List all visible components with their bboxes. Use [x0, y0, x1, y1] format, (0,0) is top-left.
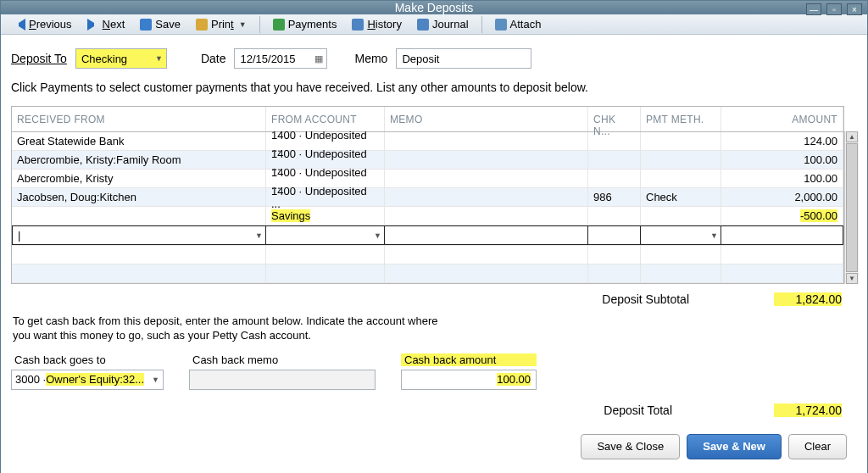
save-button[interactable]: Save [134, 14, 186, 34]
payments-button[interactable]: Payments [267, 14, 343, 34]
journal-icon [417, 19, 429, 31]
maximize-button[interactable]: ▫ [826, 3, 842, 15]
edit-chk[interactable] [588, 225, 641, 245]
print-button[interactable]: Print ▼ [190, 14, 253, 34]
table-row[interactable]: Abercrombie, Kristy1400 · Undeposited ..… [12, 170, 843, 188]
date-input[interactable]: 12/15/2015 ▦ [234, 48, 327, 69]
cashback-instructions: To get cash back from this deposit, ente… [13, 314, 859, 343]
col-received-from[interactable]: Received From [12, 107, 266, 131]
grid-empty-row[interactable] [12, 246, 843, 264]
deposit-subtotal-row: Deposit Subtotal 1,824.00 [11, 284, 859, 311]
edit-from-account[interactable]: ▼ [266, 225, 385, 245]
save-close-button[interactable]: Save & Close [581, 434, 680, 459]
attach-icon [495, 19, 507, 31]
history-button[interactable]: History [346, 14, 407, 34]
save-icon [140, 19, 152, 31]
instruction-text: Click Payments to select customer paymen… [11, 81, 859, 94]
deposit-to-combo[interactable]: Checking ▼ [75, 48, 167, 69]
cashback-goes-to-label: Cash back goes to [11, 353, 164, 366]
memo-input[interactable]: Deposit [396, 48, 531, 69]
minimize-button[interactable]: — [806, 3, 821, 15]
journal-button[interactable]: Journal [411, 14, 475, 34]
cashback-memo-label: Cash back memo [189, 353, 376, 366]
grid-edit-row[interactable]: |▼ ▼ ▼ [12, 225, 843, 246]
print-dropdown-icon: ▼ [239, 20, 247, 29]
window-controls: — ▫ × [806, 3, 862, 15]
cashback-memo-input[interactable] [189, 370, 376, 390]
chevron-down-icon: ▼ [152, 376, 159, 384]
scroll-down-icon[interactable]: ▼ [846, 273, 858, 284]
chevron-down-icon: ▼ [155, 54, 163, 63]
date-label: Date [201, 52, 226, 65]
total-label: Deposit Total [604, 403, 672, 417]
chevron-down-icon: ▼ [710, 231, 718, 240]
edit-pmt[interactable]: ▼ [641, 225, 721, 245]
table-row[interactable]: Abercrombie, Kristy:Family Room1400 · Un… [12, 151, 843, 170]
table-row[interactable]: Savings-500.00 [12, 207, 843, 225]
chevron-down-icon: ▼ [255, 231, 263, 240]
calendar-icon: ▦ [314, 53, 323, 64]
next-button[interactable]: Next [81, 14, 131, 34]
deposit-header-row: Deposit To Checking ▼ Date 12/15/2015 ▦ … [11, 48, 859, 69]
grid-body: Great Statewide Bank1400 · Undeposited .… [12, 132, 843, 225]
scroll-up-icon[interactable]: ▲ [846, 131, 858, 142]
deposit-total-row: Deposit Total 1,724.00 [11, 398, 859, 431]
save-new-button[interactable]: Save & New [687, 434, 782, 459]
titlebar: Make Deposits — ▫ × [1, 1, 867, 14]
cashback-goes-to-col: Cash back goes to 3000 · Owner's Equity:… [11, 353, 164, 390]
col-memo[interactable]: Memo [385, 107, 588, 131]
window-title: Make Deposits [395, 1, 474, 14]
history-icon [352, 19, 364, 31]
previous-icon [14, 19, 25, 31]
chevron-down-icon: ▼ [374, 231, 381, 240]
col-chk-no[interactable]: Chk N... [588, 107, 641, 131]
toolbar-separator [481, 16, 482, 33]
cashback-amount-col: Cash back amount 100.00 [401, 353, 537, 390]
deposits-grid-wrap: Received From From Account Memo Chk N...… [11, 106, 859, 284]
deposit-to-label: Deposit To [11, 52, 67, 65]
cashback-amount-label: Cash back amount [401, 353, 537, 366]
clear-button[interactable]: Clear [788, 434, 847, 459]
subtotal-value: 1,824.00 [774, 292, 842, 306]
scroll-thumb[interactable] [846, 143, 858, 272]
cashback-account-combo[interactable]: 3000 · Owner's Equity:32... ▼ [11, 370, 164, 390]
cashback-memo-col: Cash back memo [189, 353, 376, 390]
grid-empty-row[interactable] [12, 264, 843, 283]
total-value: 1,724.00 [774, 403, 842, 417]
edit-received-from[interactable]: |▼ [12, 225, 266, 245]
action-bar: Save & Close Save & New Clear [11, 431, 859, 468]
edit-memo[interactable] [385, 225, 588, 245]
print-icon [196, 19, 208, 31]
cashback-row: Cash back goes to 3000 · Owner's Equity:… [11, 353, 859, 390]
previous-button[interactable]: Previous [8, 14, 78, 34]
content-area: Deposit To Checking ▼ Date 12/15/2015 ▦ … [1, 35, 867, 473]
subtotal-label: Deposit Subtotal [602, 292, 689, 306]
cashback-amount-input[interactable]: 100.00 [401, 370, 537, 390]
toolbar: Previous Next Save Print ▼ Payments Hist… [1, 14, 867, 35]
table-row[interactable]: Jacobsen, Doug:Kitchen1400 · Undeposited… [12, 188, 843, 207]
edit-amount[interactable] [721, 225, 843, 245]
grid-header: Received From From Account Memo Chk N...… [12, 107, 843, 132]
attach-button[interactable]: Attach [489, 14, 548, 34]
col-amount[interactable]: Amount [721, 107, 843, 131]
deposits-grid: Received From From Account Memo Chk N...… [11, 106, 844, 284]
col-pmt-method[interactable]: Pmt Meth. [641, 107, 721, 131]
payments-icon [273, 19, 285, 31]
next-icon [87, 19, 99, 31]
table-row[interactable]: Great Statewide Bank1400 · Undeposited .… [12, 132, 843, 151]
grid-scrollbar[interactable]: ▲ ▼ [844, 131, 859, 284]
close-button[interactable]: × [847, 3, 862, 15]
toolbar-separator [259, 16, 260, 33]
make-deposits-window: Make Deposits — ▫ × Previous Next Save P… [0, 0, 868, 473]
memo-label: Memo [354, 52, 387, 65]
